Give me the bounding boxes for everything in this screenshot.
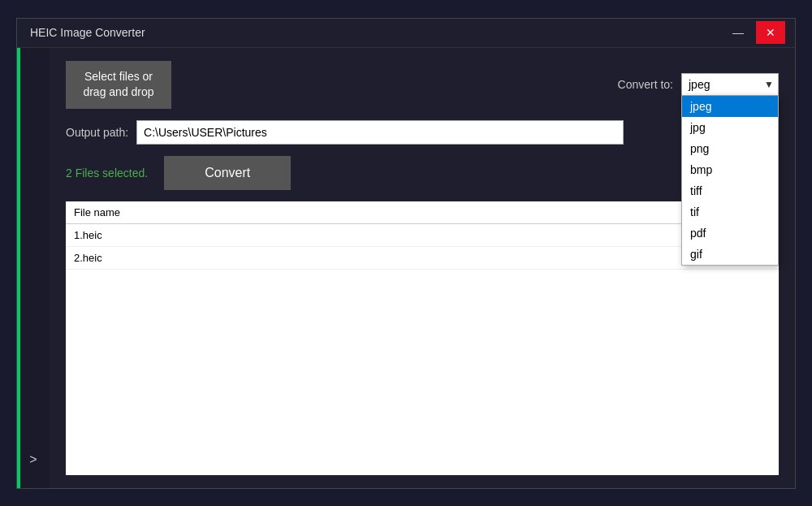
table-row[interactable]: 1.heic 286.73 KB	[66, 224, 779, 247]
format-select-wrapper: jpeg ▼ jpeg jpg png bmp tiff tif pdf	[681, 73, 779, 96]
format-option-png[interactable]: png	[682, 138, 778, 159]
format-option-bmp[interactable]: bmp	[682, 159, 778, 180]
title-bar-controls: — ✕	[723, 21, 785, 44]
main-content: Select files ordrag and drop Convert to:…	[50, 48, 795, 488]
format-select-display[interactable]: jpeg	[681, 73, 779, 96]
convert-to-area: Convert to: jpeg ▼ jpeg jpg png bmp tiff	[618, 73, 779, 96]
title-bar: HEIC Image Converter — ✕	[17, 19, 795, 48]
minimize-button[interactable]: —	[723, 21, 753, 44]
convert-button[interactable]: Convert	[164, 156, 291, 190]
format-option-tif[interactable]: tif	[682, 201, 778, 223]
table-row[interactable]: 2.heic 286.73 KB	[66, 247, 779, 270]
main-window: HEIC Image Converter — ✕ > Select files …	[16, 18, 796, 489]
content-area: > Select files ordrag and drop Convert t…	[17, 48, 795, 488]
top-row: Select files ordrag and drop Convert to:…	[66, 61, 779, 109]
output-path-input[interactable]	[136, 120, 624, 145]
window-title: HEIC Image Converter	[30, 26, 145, 39]
select-files-button[interactable]: Select files ordrag and drop	[66, 61, 171, 109]
format-option-pdf[interactable]: pdf	[682, 223, 778, 244]
format-option-jpg[interactable]: jpg	[682, 117, 778, 138]
format-dropdown: jpeg jpg png bmp tiff tif pdf gif	[681, 96, 779, 266]
files-selected-text: 2 Files selected.	[66, 167, 148, 179]
format-option-jpeg[interactable]: jpeg	[682, 96, 778, 117]
format-option-tiff[interactable]: tiff	[682, 180, 778, 201]
output-row: Output path:	[66, 120, 779, 145]
sidebar: >	[17, 48, 50, 488]
close-button[interactable]: ✕	[756, 21, 785, 44]
col-name-header: File name	[74, 206, 673, 218]
file-name-2: 2.heic	[74, 252, 673, 264]
output-path-label: Output path:	[66, 126, 128, 139]
sidebar-accent	[17, 48, 20, 488]
sidebar-arrow[interactable]: >	[24, 448, 41, 472]
action-row: 2 Files selected. Convert	[66, 156, 779, 190]
table-header: File name Size	[66, 201, 779, 224]
selected-format-text: jpeg	[689, 78, 710, 91]
convert-to-label: Convert to:	[618, 78, 673, 91]
file-name-1: 1.heic	[74, 229, 673, 241]
title-bar-left: HEIC Image Converter	[30, 26, 145, 39]
format-option-gif[interactable]: gif	[682, 244, 778, 265]
file-table: File name Size 1.heic 286.73 KB 2.heic 2…	[66, 201, 779, 475]
